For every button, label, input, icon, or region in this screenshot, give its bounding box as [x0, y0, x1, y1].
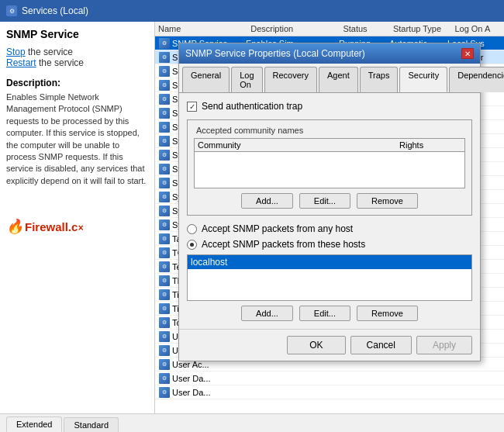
services-header: Name Description Status Startup Type Log…	[155, 22, 504, 36]
left-panel: SNMP Service Stop the service Restart th…	[0, 22, 155, 413]
header-logon: Log On A	[454, 24, 501, 33]
tab-general[interactable]: General	[182, 67, 230, 92]
community-col-rights: Rights	[399, 140, 461, 150]
service-row-name: User Da...	[172, 388, 246, 397]
service-icon-img: ⚙	[159, 345, 170, 356]
service-icon-img: ⚙	[159, 289, 170, 300]
service-icon-img: ⚙	[159, 206, 170, 216]
service-icon: ⚙	[158, 247, 171, 258]
hosts-edit-button[interactable]: Edit...	[299, 306, 350, 321]
service-icon: ⚙	[158, 80, 171, 91]
title-bar: ⚙ Services (Local)	[0, 0, 504, 22]
hosts-add-button[interactable]: Add...	[241, 306, 293, 321]
ok-button[interactable]: OK	[287, 336, 345, 354]
tab-logon[interactable]: Log On	[231, 67, 262, 92]
send-auth-trap-label: Send authentication trap	[202, 101, 302, 112]
header-status: Status	[343, 24, 393, 33]
service-icon-img: ⚙	[159, 303, 170, 314]
hosts-buttons: Add... Edit... Remove	[187, 306, 472, 321]
radio-any-host[interactable]	[187, 224, 197, 234]
tab-extended[interactable]: Extended	[6, 416, 62, 432]
radio-these-hosts-row[interactable]: Accept SNMP packets from these hosts	[187, 239, 472, 250]
cancel-button[interactable]: Cancel	[350, 336, 412, 354]
community-header: Community Rights	[195, 139, 464, 152]
service-icon-img: ⚙	[159, 373, 170, 384]
community-col-community: Community	[198, 140, 399, 150]
service-icon: ⚙	[158, 122, 171, 133]
service-icon-img: ⚙	[159, 219, 170, 230]
service-icon: ⚙	[158, 206, 171, 216]
service-icon: ⚙	[158, 261, 171, 272]
host-item-localhost[interactable]: localhost	[188, 255, 471, 269]
tab-recovery[interactable]: Recovery	[264, 67, 317, 92]
service-icon-img: ⚙	[159, 66, 170, 77]
tab-traps[interactable]: Traps	[360, 67, 399, 92]
service-icon: ⚙	[158, 52, 171, 63]
send-auth-trap-checkbox[interactable]: ✓	[187, 102, 197, 112]
service-icon: ⚙	[158, 331, 171, 342]
service-row[interactable]: ⚙ User Da...	[155, 372, 504, 385]
tab-agent[interactable]: Agent	[319, 67, 358, 92]
dialog-tabs: General Log On Recovery Agent Traps Secu…	[179, 64, 480, 93]
service-icon-img: ⚙	[159, 164, 170, 175]
service-icon-img: ⚙	[159, 94, 170, 105]
service-icon-img: ⚙	[159, 108, 170, 119]
service-icon-img: ⚙	[159, 359, 170, 370]
service-icon: ⚙	[158, 387, 171, 398]
service-icon: ⚙	[158, 233, 171, 244]
logo: 🔥 Firewall.c×	[6, 218, 148, 235]
community-edit-button[interactable]: Edit...	[299, 193, 350, 209]
restart-link[interactable]: Restart	[6, 57, 36, 68]
service-icon: ⚙	[158, 178, 171, 188]
service-icon: ⚙	[158, 38, 171, 49]
service-icon: ⚙	[158, 136, 171, 147]
service-icon-img: ⚙	[159, 233, 170, 244]
apply-button[interactable]: Apply	[416, 336, 472, 354]
tab-standard[interactable]: Standard	[64, 417, 119, 432]
service-icon-img: ⚙	[159, 150, 170, 161]
bottom-tabs: Extended Standard	[0, 413, 504, 432]
service-icon: ⚙	[158, 289, 171, 300]
community-buttons: Add... Edit... Remove	[194, 193, 465, 209]
dialog-content: ✓ Send authentication trap Accepted comm…	[179, 93, 480, 329]
service-icon: ⚙	[158, 66, 171, 77]
description-label: Description:	[6, 78, 148, 88]
hosts-list[interactable]: localhost	[187, 254, 472, 301]
send-auth-trap-row[interactable]: ✓ Send authentication trap	[187, 101, 472, 112]
service-icon: ⚙	[158, 150, 171, 161]
service-icon: ⚙	[158, 219, 171, 230]
service-row[interactable]: ⚙ User Da...	[155, 385, 504, 399]
tab-security[interactable]: Security	[399, 67, 447, 92]
service-icon-img: ⚙	[159, 178, 170, 188]
title-bar-icon: ⚙	[6, 5, 17, 16]
logo-icon: 🔥	[6, 218, 23, 235]
service-icon-img: ⚙	[159, 52, 170, 63]
header-desc: Description	[250, 24, 343, 33]
service-icon-img: ⚙	[159, 387, 170, 398]
tab-dependencies[interactable]: Dependencies	[449, 67, 504, 92]
description-text: Enables Simple Network Management Protoc…	[6, 92, 148, 187]
service-icon-img: ⚙	[159, 261, 170, 272]
service-row-name: User Da...	[172, 374, 246, 383]
radio-any-host-row[interactable]: Accept SNMP packets from any host	[187, 223, 472, 234]
radio-dot	[190, 243, 194, 247]
dialog-close-button[interactable]: ✕	[461, 48, 474, 59]
service-icon-img: ⚙	[159, 136, 170, 147]
hosts-remove-button[interactable]: Remove	[357, 306, 418, 321]
service-icon: ⚙	[158, 192, 171, 202]
dialog-title-text: SNMP Service Properties (Local Computer)	[185, 48, 365, 59]
radio-these-hosts-label: Accept SNMP packets from these hosts	[202, 239, 365, 250]
service-icon: ⚙	[158, 317, 171, 328]
service-icon-img: ⚙	[159, 80, 170, 91]
service-links: Stop the service Restart the service	[6, 47, 148, 68]
community-add-button[interactable]: Add...	[241, 193, 293, 209]
service-icon: ⚙	[158, 345, 171, 356]
community-remove-button[interactable]: Remove	[357, 193, 418, 209]
service-icon-img: ⚙	[159, 38, 170, 49]
header-startup: Startup Type	[393, 24, 454, 33]
service-icon-img: ⚙	[159, 317, 170, 328]
dialog-footer: OK Cancel Apply	[179, 329, 480, 361]
stop-link[interactable]: Stop	[6, 47, 26, 57]
radio-these-hosts[interactable]	[187, 240, 197, 250]
service-icon-img: ⚙	[159, 192, 170, 202]
